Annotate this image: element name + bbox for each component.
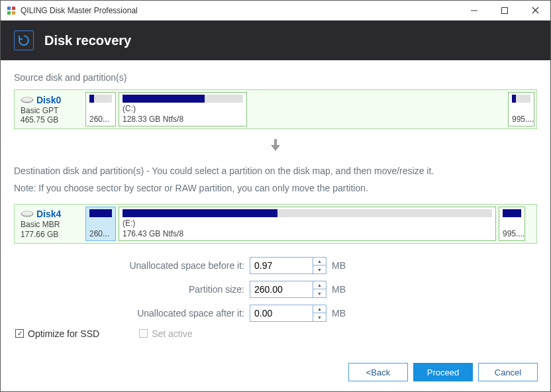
spin-up-icon[interactable]: ▲ [313,305,326,314]
svg-point-9 [22,97,32,101]
app-icon [6,5,17,16]
set-active-label: Set active [152,328,192,339]
disk-icon [21,94,34,106]
partition-size-label: Partition size: [99,284,244,295]
svg-rect-2 [7,11,11,15]
source-disk-size: 465.75 GB [21,115,79,124]
maximize-button[interactable] [489,1,520,20]
window-controls [459,1,550,20]
space-before-field[interactable] [250,258,313,273]
destination-disk-info[interactable]: Disk4 Basic MBR 177.66 GB [17,207,83,241]
partition-block[interactable]: 995.... [499,207,525,241]
arrow-down-icon [14,137,537,156]
unit-label: MB [332,260,352,271]
partition-size-input[interactable]: ▲▼ [250,281,326,298]
svg-rect-5 [502,7,508,13]
source-disk-info[interactable]: Disk0 Basic GPT 465.75 GB [17,92,83,126]
spin-down-icon[interactable]: ▼ [313,266,326,273]
optimize-ssd-checkbox[interactable]: ✓ Optimize for SSD [15,328,99,339]
spin-up-icon[interactable]: ▲ [313,281,326,290]
window-title: QILING Disk Master Professional [21,6,138,15]
page-title: Disk recovery [44,33,131,48]
partition-letter: (E:) [123,219,492,228]
unit-label: MB [332,284,352,295]
optimize-ssd-label: Optimize for SSD [28,328,99,339]
source-section-title: Source disk and partition(s) [14,72,537,83]
partition-block: 995.... [508,92,534,126]
space-after-field[interactable] [250,305,313,321]
spin-down-icon[interactable]: ▼ [313,313,326,321]
svg-point-11 [22,211,32,215]
destination-section-title: Destination disk and partition(s) - You … [14,164,537,178]
partition-label: 176.43 GB Ntfs/8 [123,229,492,238]
space-before-label: Unallocated space before it: [99,260,244,271]
set-active-checkbox: Set active [139,328,192,339]
back-button[interactable]: <Back [348,363,408,381]
minimize-button[interactable] [459,1,489,20]
proceed-button[interactable]: Proceed [413,363,473,381]
partition-label: 260... [89,229,112,238]
spin-down-icon[interactable]: ▼ [313,289,326,297]
partition-size-field[interactable] [250,281,313,297]
partition-label: 260... [89,115,112,124]
cancel-button[interactable]: Cancel [478,363,538,381]
space-after-label: Unallocated space after it: [99,308,244,318]
destination-disk-type: Basic MBR [21,220,79,229]
recovery-icon [14,30,34,50]
checkbox-icon [139,329,148,338]
partition-block[interactable]: (E:)176.43 GB Ntfs/8 [119,207,496,241]
partition-block[interactable]: 260... [85,207,116,241]
space-before-input[interactable]: ▲▼ [250,257,326,274]
disk-icon [21,208,34,220]
titlebar: QILING Disk Master Professional [1,1,550,21]
unit-label: MB [332,308,352,318]
svg-rect-3 [12,11,15,15]
partition-block: 260... [85,92,116,126]
close-button[interactable] [520,1,550,20]
page-header: Disk recovery [1,21,550,60]
source-disk-name: Disk0 [36,95,61,105]
destination-disk-row: Disk4 Basic MBR 177.66 GB 260...(E:)176.… [14,204,537,244]
partition-letter: (C:) [123,104,243,113]
partition-label: 995.... [512,115,530,124]
source-disk-row: Disk0 Basic GPT 465.75 GB 260...(C:)128.… [14,89,537,129]
destination-disk-name: Disk4 [36,209,61,219]
space-after-input[interactable]: ▲▼ [250,305,326,322]
partition-block: (C:)128.33 GB Ntfs/8 [119,92,247,126]
source-disk-type: Basic GPT [21,106,79,115]
destination-disk-size: 177.66 GB [21,230,79,239]
destination-note: Note: If you choose sector by sector or … [14,181,537,195]
partition-label: 128.33 GB Ntfs/8 [123,115,243,124]
partition-label: 995.... [503,229,521,238]
spin-up-icon[interactable]: ▲ [313,258,326,266]
svg-rect-1 [12,7,15,10]
svg-rect-0 [7,7,11,10]
checkbox-icon: ✓ [15,329,24,338]
